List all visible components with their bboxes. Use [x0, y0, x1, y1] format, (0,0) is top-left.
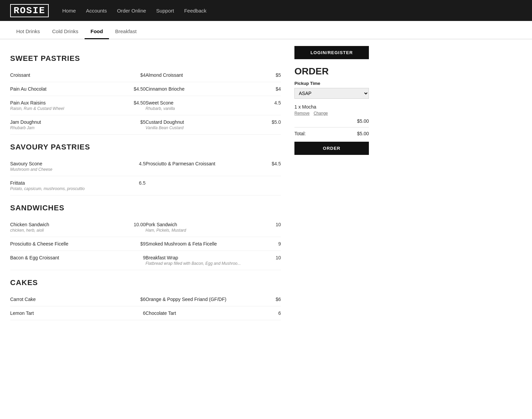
login-register-button[interactable]: LOGIN/REGISTER — [294, 46, 369, 59]
nav-feedback[interactable]: Feedback — [184, 8, 206, 14]
list-item[interactable]: Bacon & Egg Croissant 9 — [10, 251, 146, 270]
list-item[interactable]: Orange & Poppy Seed Friand (GF/DF) $6 — [146, 293, 281, 306]
tab-cold-drinks[interactable]: Cold Drinks — [46, 24, 85, 39]
list-item[interactable]: Breakfast Wrap 10 Flatbread wrap filled … — [146, 251, 281, 270]
sweet-pastries-grid: Croissant $4 Almond Croissant $5 Pain Au… — [10, 68, 281, 135]
order-item-name: 1 x Mocha — [294, 104, 369, 110]
order-button[interactable]: ORDER — [294, 142, 369, 155]
tab-hot-drinks[interactable]: Hot Drinks — [10, 24, 46, 39]
list-item[interactable]: Custard Doughnut $5.0 Vanilla Bean Custa… — [146, 115, 281, 135]
pickup-time-label: Pickup Time — [294, 81, 369, 86]
order-title: ORDER — [294, 66, 369, 77]
list-item[interactable]: Lemon Tart 6 — [10, 306, 146, 320]
tab-breakfast[interactable]: Breakfast — [109, 24, 142, 39]
sidebar-column: LOGIN/REGISTER ORDER Pickup Time ASAP 1 … — [294, 46, 369, 320]
list-item[interactable]: Chocolate Tart 6 — [146, 306, 281, 320]
order-total: Total: $5.00 — [294, 131, 369, 136]
section-sandwiches-title: SANDWICHES — [10, 204, 281, 212]
list-item[interactable]: Croissant $4 — [10, 68, 146, 82]
order-item-actions: Remove Change — [294, 111, 369, 116]
order-item-price: $5.00 — [294, 118, 369, 124]
page-layout: SWEET PASTRIES Croissant $4 Almond Crois… — [0, 39, 532, 327]
nav-links: Home Accounts Order Online Support Feedb… — [62, 8, 206, 14]
tab-food[interactable]: Food — [85, 24, 109, 39]
list-item[interactable]: Pain Aux Raisins $4.50 Raisin, Rum & Cus… — [10, 96, 146, 115]
order-divider — [294, 127, 369, 127]
logo: ROSIE — [10, 4, 49, 17]
nav-order-online[interactable]: Order Online — [117, 8, 146, 14]
list-item[interactable]: Jam Doughnut $5 Rhubarb Jam — [10, 115, 146, 135]
nav-bar: ROSIE Home Accounts Order Online Support… — [0, 0, 532, 21]
nav-support[interactable]: Support — [156, 8, 174, 14]
menu-column: SWEET PASTRIES Croissant $4 Almond Crois… — [10, 46, 281, 320]
list-item[interactable]: Cinnamon Brioche $4 — [146, 82, 281, 96]
cakes-grid: Carrot Cake $6 Orange & Poppy Seed Frian… — [10, 293, 281, 320]
section-cakes-title: CAKES — [10, 278, 281, 287]
list-item[interactable]: Pain Au Chocolat $4.50 — [10, 82, 146, 96]
savoury-pastries-grid: Savoury Scone 4.5 Mushroom and Cheese Pr… — [10, 157, 281, 195]
list-item[interactable]: Sweet Scone 4.5 Rhubarb, vanilla — [146, 96, 281, 115]
list-item[interactable]: Savoury Scone 4.5 Mushroom and Cheese — [10, 157, 146, 176]
list-item[interactable]: Smoked Mushroom & Feta Ficelle 9 — [146, 237, 281, 251]
list-item[interactable]: Frittata 6.5 Potato, capsicum, mushrooms… — [10, 176, 146, 195]
list-item[interactable]: Almond Croissant $5 — [146, 68, 281, 82]
section-sweet-pastries-title: SWEET PASTRIES — [10, 54, 281, 63]
total-price: $5.00 — [357, 131, 369, 136]
total-label: Total: — [294, 131, 306, 136]
list-item[interactable]: Pork Sandwich 10 Ham, Pickels, Mustard — [146, 218, 281, 237]
change-button[interactable]: Change — [314, 111, 328, 116]
list-item-placeholder — [146, 176, 281, 195]
list-item[interactable]: Prosciutto & Parmesan Croissant $4.5 — [146, 157, 281, 176]
pickup-time-select[interactable]: ASAP — [294, 88, 369, 99]
section-savoury-pastries-title: SAVOURY PASTRIES — [10, 143, 281, 152]
nav-accounts[interactable]: Accounts — [86, 8, 107, 14]
nav-home[interactable]: Home — [62, 8, 76, 14]
tabs-bar: Hot Drinks Cold Drinks Food Breakfast — [0, 24, 532, 39]
remove-button[interactable]: Remove — [294, 111, 310, 116]
list-item[interactable]: Prosciutto & Cheese Ficelle $9 — [10, 237, 146, 251]
sandwiches-grid: Chicken Sandwich 10.00 chicken, herb, ai… — [10, 218, 281, 270]
list-item[interactable]: Carrot Cake $6 — [10, 293, 146, 306]
list-item[interactable]: Chicken Sandwich 10.00 chicken, herb, ai… — [10, 218, 146, 237]
